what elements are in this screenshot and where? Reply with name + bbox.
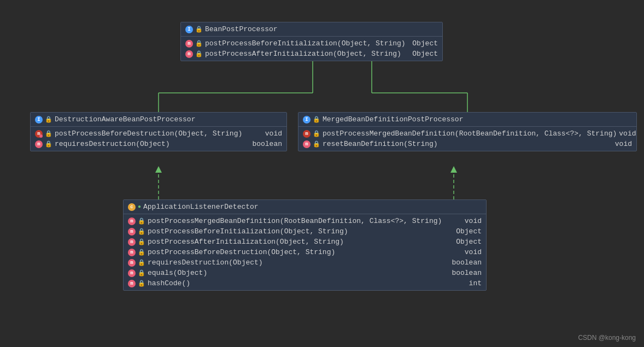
class-badge: c: [128, 203, 136, 211]
class-name: BeanPostProcessor: [205, 25, 278, 33]
lock-icon: 🔒: [195, 40, 203, 47]
class-name: DestructionAwareBeanPostProcessor: [55, 115, 195, 123]
method-return: Object: [456, 227, 482, 236]
method-row: m 🔒 postProcessBeforeInitialization(Obje…: [124, 226, 486, 237]
method-row: m 🔒 postProcessMergedBeanDefinition(Root…: [124, 216, 486, 226]
interface-badge: I: [303, 116, 311, 123]
method-return: Object: [412, 39, 438, 48]
lock-icon: 🔒: [138, 238, 145, 245]
method-name: requiresDestruction(Object): [148, 258, 263, 267]
method-return: boolean: [452, 258, 482, 267]
method-badge: m: [128, 249, 136, 256]
method-row: m 🔒 postProcessBeforeDestruction(Object,…: [31, 128, 286, 139]
method-row: m 🔒 requiresDestruction(Object) boolean: [31, 139, 286, 149]
method-badge: m: [128, 238, 136, 246]
lock-icon: 🔒: [195, 50, 203, 57]
method-name: postProcessBeforeInitialization(Object, …: [205, 39, 406, 48]
method-badge: m: [128, 280, 136, 287]
method-badge: m: [35, 130, 43, 138]
method-row: m 🔒 postProcessBeforeDestruction(Object,…: [124, 247, 486, 257]
class-name: ApplicationListenerDetector: [143, 203, 259, 211]
method-badge: m: [128, 217, 136, 225]
destruction-aware-header: I 🔒 DestructionAwareBeanPostProcessor: [31, 113, 286, 127]
method-name: postProcessBeforeInitialization(Object, …: [148, 227, 348, 236]
method-return: void: [265, 130, 282, 138]
lock-icon: 🔒: [313, 116, 320, 123]
methods-list: m 🔒 postProcessMergedBeanDefinition(Root…: [124, 214, 486, 290]
lock-icon: 🔒: [138, 217, 145, 225]
bean-post-processor-box: I 🔒 BeanPostProcessor m 🔒 postProcessBef…: [180, 22, 443, 61]
lock-icon: 🔒: [138, 228, 145, 235]
method-name: requiresDestruction(Object): [55, 140, 170, 148]
lock-icon: 🔒: [45, 140, 52, 148]
lock-icon: 🔒: [195, 26, 203, 33]
method-name: resetBeanDefinition(String): [323, 140, 438, 148]
method-badge: m: [35, 140, 43, 148]
method-name: postProcessMergedBeanDefinition(RootBean…: [148, 217, 442, 225]
application-listener-detector-header: c ● ApplicationListenerDetector: [124, 200, 486, 214]
lock-icon: 🔒: [138, 249, 145, 256]
method-badge: m: [185, 40, 193, 48]
method-return: Object: [412, 50, 438, 58]
method-name: postProcessMergedBeanDefinition(RootBean…: [323, 130, 617, 138]
method-badge: m: [128, 269, 136, 277]
watermark: CSDN @kong-kong: [578, 334, 636, 342]
diagram-container: I 🔒 BeanPostProcessor m 🔒 postProcessBef…: [0, 0, 644, 347]
method-name: postProcessAfterInitialization(Object, S…: [205, 50, 401, 58]
lock-icon: 🔒: [45, 130, 52, 137]
method-row: m 🔒 resetBeanDefinition(String) void: [298, 139, 636, 149]
method-badge: m: [128, 228, 136, 236]
lock-icon: 🔒: [138, 259, 145, 266]
interface-badge: I: [185, 26, 193, 33]
method-row: m 🔒 postProcessAfterInitialization(Objec…: [124, 237, 486, 247]
lock-icon: 🔒: [313, 140, 320, 148]
method-name: postProcessBeforeDestruction(Object, Str…: [55, 130, 242, 138]
merged-bean-definition-box: I 🔒 MergedBeanDefinitionPostProcessor m …: [298, 112, 637, 151]
method-badge: m: [128, 259, 136, 267]
method-return: int: [469, 279, 482, 287]
method-return: boolean: [252, 140, 282, 148]
destruction-aware-box: I 🔒 DestructionAwareBeanPostProcessor m …: [30, 112, 287, 151]
lock-icon: 🔒: [138, 269, 145, 277]
lock-icon: 🔒: [45, 116, 52, 123]
method-badge: m: [303, 130, 311, 138]
method-return: void: [465, 248, 482, 256]
method-return: void: [619, 130, 636, 138]
method-row: m 🔒 postProcessMergedBeanDefinition(Root…: [298, 128, 636, 139]
methods-list: m 🔒 postProcessBeforeInitialization(Obje…: [181, 37, 442, 61]
dot-indicator: ●: [138, 204, 141, 210]
methods-list: m 🔒 postProcessBeforeDestruction(Object,…: [31, 127, 286, 151]
method-name: postProcessBeforeDestruction(Object, Str…: [148, 248, 335, 256]
method-badge: m: [185, 50, 193, 58]
method-row: m 🔒 hashCode() int: [124, 278, 486, 289]
method-return: Object: [456, 238, 482, 246]
interface-badge: I: [35, 116, 43, 123]
lock-icon: 🔒: [313, 130, 320, 137]
methods-list: m 🔒 postProcessMergedBeanDefinition(Root…: [298, 127, 636, 151]
lock-icon: 🔒: [138, 280, 145, 287]
method-row: m 🔒 equals(Object) boolean: [124, 268, 486, 278]
method-badge: m: [303, 140, 311, 148]
svg-marker-9: [155, 166, 162, 173]
method-return: void: [465, 217, 482, 225]
method-name: postProcessAfterInitialization(Object, S…: [148, 238, 344, 246]
method-row: m 🔒 postProcessAfterInitialization(Objec…: [181, 49, 442, 59]
method-return: boolean: [452, 269, 482, 277]
method-name: equals(Object): [148, 269, 207, 277]
method-return: void: [615, 140, 632, 148]
application-listener-detector-box: c ● ApplicationListenerDetector m 🔒 post…: [123, 199, 487, 291]
method-row: m 🔒 postProcessBeforeInitialization(Obje…: [181, 38, 442, 49]
method-name: hashCode(): [148, 279, 190, 287]
class-name: MergedBeanDefinitionPostProcessor: [323, 115, 463, 123]
svg-marker-11: [450, 166, 457, 173]
merged-bean-definition-header: I 🔒 MergedBeanDefinitionPostProcessor: [298, 113, 636, 127]
bean-post-processor-header: I 🔒 BeanPostProcessor: [181, 22, 442, 37]
method-row: m 🔒 requiresDestruction(Object) boolean: [124, 257, 486, 268]
